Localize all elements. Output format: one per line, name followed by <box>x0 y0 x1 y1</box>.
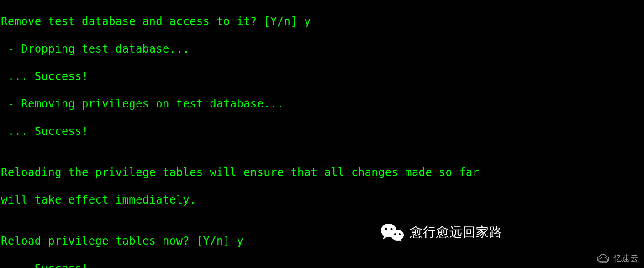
terminal-output[interactable]: Remove test database and access to it? [… <box>1 1 644 268</box>
terminal-line: ... Success! <box>1 124 644 138</box>
watermark-wechat-text: 愈行愈远回家路 <box>410 225 502 239</box>
wechat-icon <box>380 222 404 242</box>
cloud-icon <box>596 253 611 264</box>
watermark-wechat: 愈行愈远回家路 <box>380 222 502 242</box>
terminal-line: ... Success! <box>1 262 644 268</box>
terminal-line: - Dropping test database... <box>1 42 644 56</box>
svg-point-2 <box>391 228 393 230</box>
terminal-line: - Removing privileges on test database..… <box>1 97 644 111</box>
svg-point-3 <box>391 230 404 241</box>
terminal-line: ... Success! <box>1 70 644 83</box>
terminal-line: Reloading the privilege tables will ensu… <box>1 166 644 179</box>
terminal-line: will take effect immediately. <box>1 193 644 207</box>
watermark-yisu: 亿速云 <box>596 252 639 265</box>
terminal-line: Reload privilege tables now? [Y/n] y <box>1 234 644 248</box>
watermark-yisu-text: 亿速云 <box>613 252 639 265</box>
terminal-line: Remove test database and access to it? [… <box>1 15 644 28</box>
svg-point-5 <box>399 233 401 235</box>
svg-point-1 <box>385 228 387 230</box>
svg-point-4 <box>394 233 396 235</box>
